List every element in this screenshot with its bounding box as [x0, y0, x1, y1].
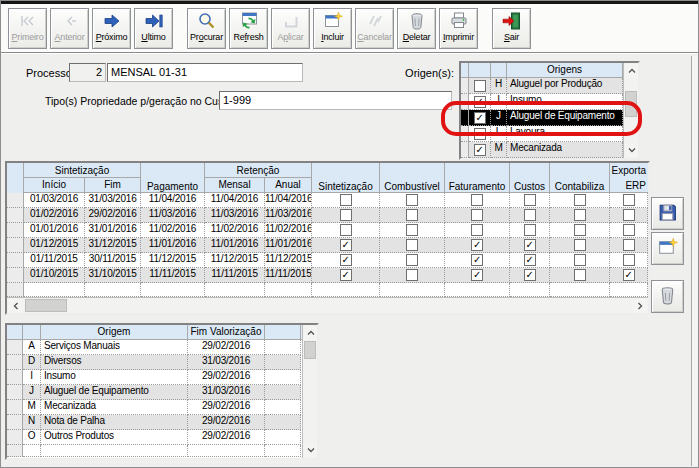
cell-code[interactable]: A: [23, 340, 41, 355]
cell-anual[interactable]: 11/11/2015: [265, 268, 312, 283]
scroll-up-button[interactable]: [625, 64, 638, 78]
cell-inicio[interactable]: 01/12/2015: [24, 238, 85, 253]
checkbox-faturamento[interactable]: ✓: [471, 254, 483, 266]
cell-exporta-erp[interactable]: [610, 223, 648, 238]
checkbox-sintetizacao[interactable]: ✓: [340, 269, 352, 281]
cell-contabiliza[interactable]: [550, 238, 610, 253]
origin-valuation-row[interactable]: AServiços Manuais29/02/2016: [7, 340, 301, 355]
horizontal-scrollbar[interactable]: [7, 297, 648, 313]
cell-inicio[interactable]: 01/03/2016: [24, 193, 85, 208]
cell-pagamento[interactable]: 11/01/2016: [141, 238, 205, 253]
cell-origin-name[interactable]: Insumo: [507, 94, 623, 110]
cell-sintetizacao[interactable]: [312, 208, 380, 223]
cell-check[interactable]: [469, 78, 491, 94]
cell-origin-name[interactable]: Aluguel de Equipamento: [507, 110, 623, 126]
exit-button[interactable]: Sair: [492, 8, 531, 49]
checkbox-sintetizacao[interactable]: ✓: [340, 254, 352, 266]
cell-code[interactable]: O: [23, 430, 41, 445]
checkbox-contabiliza[interactable]: [574, 224, 586, 236]
cell-anual[interactable]: 11/03/2016: [265, 208, 312, 223]
cell-code[interactable]: D: [23, 355, 41, 370]
checkbox-exporta-erp[interactable]: ✓: [623, 269, 635, 281]
cell-anual[interactable]: 11/01/2016: [265, 238, 312, 253]
cell-origin-name[interactable]: Lavoura: [507, 126, 623, 142]
checkbox-faturamento[interactable]: ✓: [471, 239, 483, 251]
cell-fim-valorizacao[interactable]: 29/02/2016: [188, 400, 265, 415]
cell-origem[interactable]: Nota de Palha: [41, 415, 188, 430]
checkbox-faturamento[interactable]: ✓: [471, 269, 483, 281]
cell-sintetizacao[interactable]: ✓: [312, 253, 380, 268]
row-indicator[interactable]: [461, 126, 469, 142]
cell-contabiliza[interactable]: [550, 268, 610, 283]
cell-inicio[interactable]: 01/11/2015: [24, 253, 85, 268]
checkbox-faturamento[interactable]: [471, 194, 483, 206]
scroll-down-button[interactable]: [304, 443, 317, 457]
cell-combustivel[interactable]: [380, 223, 445, 238]
cell-code[interactable]: H: [491, 78, 507, 94]
row-indicator[interactable]: [461, 110, 469, 126]
cell-origem[interactable]: Aluguel de Equipamento: [41, 385, 188, 400]
checkbox-contabiliza[interactable]: [574, 194, 586, 206]
cell-fim-valorizacao[interactable]: 29/02/2016: [188, 340, 265, 355]
cell-code[interactable]: N: [23, 415, 41, 430]
row-indicator[interactable]: [7, 208, 24, 223]
delete-row-button[interactable]: [651, 280, 684, 313]
scrollbar-thumb[interactable]: [625, 91, 637, 117]
cell-pagamento[interactable]: 11/12/2015: [141, 253, 205, 268]
cell-fim[interactable]: 31/01/2016: [85, 223, 141, 238]
checkbox-custos[interactable]: ✓: [524, 239, 536, 251]
origin-list-item[interactable]: ✓MMecanizada: [461, 142, 623, 158]
checkbox-contabiliza[interactable]: [574, 254, 586, 266]
row-indicator[interactable]: [7, 193, 24, 208]
checkbox-faturamento[interactable]: [471, 224, 483, 236]
cell-fim[interactable]: 29/02/2016: [85, 208, 141, 223]
cell-origem[interactable]: Diversos: [41, 355, 188, 370]
origin-checkbox[interactable]: ✓: [474, 96, 486, 108]
origin-valuation-row[interactable]: IInsumo29/02/2016: [7, 370, 301, 385]
checkbox-faturamento[interactable]: [471, 209, 483, 221]
row-indicator[interactable]: [7, 385, 23, 400]
first-button[interactable]: Primeiro: [8, 8, 47, 49]
table-row[interactable]: 01/11/201530/11/201511/12/201511/12/2015…: [7, 253, 648, 268]
row-indicator[interactable]: [7, 355, 23, 370]
row-indicator[interactable]: [7, 223, 24, 238]
cell-contabiliza[interactable]: [550, 223, 610, 238]
last-button[interactable]: Ultimo: [134, 8, 173, 49]
table-row[interactable]: 01/10/201531/10/201511/11/201511/11/2015…: [7, 268, 648, 283]
origin-valuation-row[interactable]: MMecanizada29/02/2016: [7, 400, 301, 415]
cell-code[interactable]: M: [491, 142, 507, 158]
origin-valuation-row[interactable]: NNota de Palha29/02/2016: [7, 415, 301, 430]
origin-checkbox[interactable]: ✓: [474, 112, 486, 124]
table-row-empty[interactable]: [7, 283, 648, 297]
row-indicator[interactable]: [7, 253, 24, 268]
bottom-table-scrollbar[interactable]: [302, 325, 317, 458]
cell-anual[interactable]: 11/04/2016: [265, 193, 312, 208]
cell-check[interactable]: [469, 126, 491, 142]
checkbox-sintetizacao[interactable]: [340, 224, 352, 236]
cell-combustivel[interactable]: [380, 238, 445, 253]
cell-sintetizacao[interactable]: ✓: [312, 268, 380, 283]
checkbox-exporta-erp[interactable]: [623, 224, 635, 236]
cell-contabiliza[interactable]: [550, 208, 610, 223]
checkbox-exporta-erp[interactable]: [623, 239, 635, 251]
save-button[interactable]: [651, 197, 684, 230]
cell-faturamento[interactable]: [445, 193, 510, 208]
row-indicator[interactable]: [7, 238, 24, 253]
cell-fim[interactable]: 30/11/2015: [85, 253, 141, 268]
origin-list-item[interactable]: LLavoura: [461, 126, 623, 142]
cell-inicio[interactable]: 01/01/2016: [24, 223, 85, 238]
cell-check[interactable]: ✓: [469, 142, 491, 158]
scrollbar-thumb[interactable]: [304, 341, 316, 359]
cell-contabiliza[interactable]: [550, 253, 610, 268]
cell-combustivel[interactable]: [380, 268, 445, 283]
previous-button[interactable]: Anterior: [50, 8, 89, 49]
cell-pagamento[interactable]: 11/11/2015: [141, 268, 205, 283]
origin-valuation-row[interactable]: DDiversos31/03/2016: [7, 355, 301, 370]
checkbox-contabiliza[interactable]: [574, 269, 586, 281]
checkbox-custos[interactable]: [524, 224, 536, 236]
row-indicator[interactable]: [461, 142, 469, 158]
cell-exporta-erp[interactable]: [610, 253, 648, 268]
cell-exporta-erp[interactable]: [610, 208, 648, 223]
cell-mensal[interactable]: 11/11/2015: [205, 268, 265, 283]
checkbox-combustivel[interactable]: [406, 254, 418, 266]
